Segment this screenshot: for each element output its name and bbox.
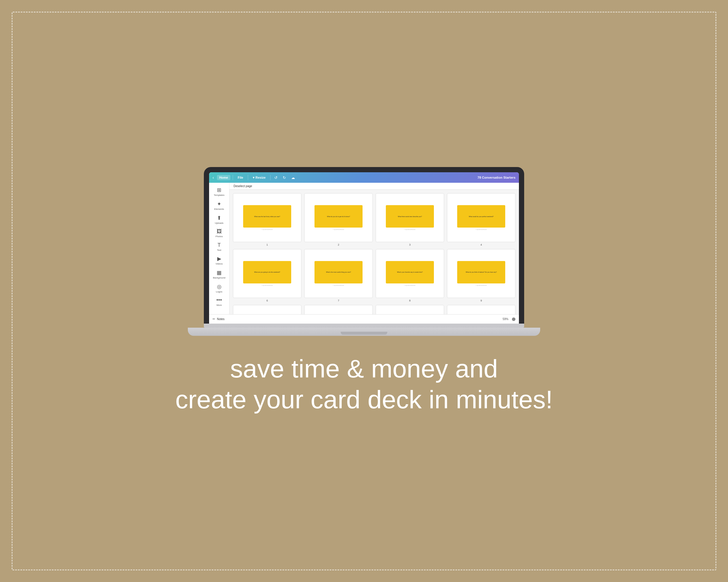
- card-thumbnail[interactable]: What do you do to get rid of stress? • e…: [304, 193, 373, 242]
- sidebar-item-uploads[interactable]: ⬆Uploads: [211, 213, 228, 226]
- card-yellow-box: What three words best describe you?: [386, 205, 434, 227]
- card-thumbnail[interactable]: What did you do on your last vacation? •…: [447, 305, 515, 314]
- card-yellow-box: What do you think of tattoos? Do you hav…: [457, 261, 505, 283]
- card-item: What is something popular now that annoy…: [304, 305, 373, 314]
- card-item: What did you do last weekend? • eyoubran…: [233, 305, 302, 314]
- sidebar-item-videos[interactable]: ▶Videos: [211, 254, 228, 267]
- bottom-bar: ✏ Notes 59%: [209, 314, 519, 324]
- sidebar-label-8: More: [216, 304, 222, 307]
- sidebar-icon-4: T: [217, 242, 221, 248]
- sidebar-label-6: Background: [213, 276, 225, 279]
- card-thumbnail[interactable]: What's your favorite way to waste time? …: [375, 249, 444, 298]
- sidebar-item-text[interactable]: TText: [211, 240, 228, 253]
- deselect-bar[interactable]: Deselect page: [230, 183, 519, 190]
- card-number: 8: [409, 299, 411, 302]
- sidebar-label-4: Text: [217, 249, 221, 252]
- main-area: Deselect page What was the last funny vi…: [230, 183, 519, 314]
- resize-button[interactable]: ▾ Resize: [251, 175, 268, 181]
- sidebar-item-logos[interactable]: ◎Logos: [211, 282, 228, 295]
- card-question: What's the most useful thing you own?: [326, 271, 351, 273]
- toolbar-separator-3: [270, 175, 270, 180]
- card-yellow-box: What would be your perfect weekend?: [457, 205, 505, 227]
- card-brand: • eyoubrandname: [261, 285, 273, 286]
- card-thumbnail[interactable]: What did you do last weekend? • eyoubran…: [233, 305, 302, 314]
- card-item: What's your favorite way to waste time? …: [375, 249, 444, 302]
- card-number: 4: [480, 243, 482, 246]
- card-question: What three words best describe you?: [398, 216, 422, 218]
- home-button[interactable]: Home: [217, 175, 231, 180]
- card-number: 9: [480, 299, 482, 302]
- laptop-notch: [341, 332, 387, 335]
- card-item: What would be your perfect weekend? • ey…: [447, 193, 515, 246]
- card-thumbnail[interactable]: What are you going to do this weekend? •…: [233, 249, 302, 298]
- toolbar-separator-2: [248, 175, 248, 180]
- card-yellow-box: What do you do to get rid of stress?: [314, 205, 363, 227]
- card-question: What would be your perfect weekend?: [469, 216, 494, 218]
- laptop-screen-frame: ‹ Home File ▾ Resize ↺ ↻ ☁ 78 Conversati…: [204, 167, 524, 324]
- card-thumbnail[interactable]: When was the last time you worked incred…: [375, 305, 444, 314]
- card-thumbnail[interactable]: What's the most useful thing you own? • …: [304, 249, 373, 298]
- card-thumbnail[interactable]: What was the last funny video you saw? •…: [233, 193, 302, 242]
- notes-icon: ✏: [213, 317, 215, 321]
- sidebar-item-background[interactable]: ▦Background: [211, 268, 228, 281]
- card-question: What's your favorite way to waste time?: [397, 271, 423, 273]
- sidebar-label-3: Photos: [215, 235, 223, 238]
- card-brand: • eyoubrandname: [404, 229, 416, 230]
- card-number: 2: [338, 243, 339, 246]
- app-body: ⊞Templates✦Elements⬆Uploads🖼PhotosTText▶…: [209, 183, 519, 314]
- card-thumbnail[interactable]: What would be your perfect weekend? • ey…: [447, 193, 515, 242]
- card-yellow-box: What's your favorite way to waste time?: [386, 261, 434, 283]
- sidebar-item-photos[interactable]: 🖼Photos: [211, 227, 228, 240]
- card-brand: • eyoubrandname: [404, 285, 416, 286]
- redo-button[interactable]: ↻: [281, 175, 287, 181]
- undo-button[interactable]: ↺: [273, 175, 279, 181]
- cards-grid: What was the last funny video you saw? •…: [230, 190, 519, 314]
- file-button[interactable]: File: [235, 175, 245, 180]
- card-item: What did you do on your last vacation? •…: [447, 305, 515, 314]
- zoom-level: 59%: [503, 317, 509, 321]
- sidebar-item-more[interactable]: •••More: [211, 295, 228, 308]
- sidebar-label-2: Uploads: [215, 222, 223, 225]
- sidebar-label-5: Videos: [215, 262, 223, 266]
- sidebar-icon-3: 🖼: [217, 228, 222, 234]
- card-brand: • eyoubrandname: [475, 285, 487, 286]
- sidebar-label-0: Templates: [214, 194, 224, 197]
- card-yellow-box: What are you going to do this weekend?: [243, 261, 291, 283]
- card-thumbnail[interactable]: What do you think of tattoos? Do you hav…: [447, 249, 515, 298]
- card-question: What do you do to get rid of stress?: [327, 216, 350, 218]
- toolbar: ‹ Home File ▾ Resize ↺ ↻ ☁ 78 Conversati…: [209, 172, 519, 183]
- card-item: What are you going to do this weekend? •…: [233, 249, 302, 302]
- toolbar-separator-1: [233, 175, 233, 180]
- back-arrow-icon[interactable]: ‹: [213, 175, 214, 180]
- card-item: What three words best describe you? • ey…: [375, 193, 444, 246]
- sidebar-label-7: Logos: [216, 290, 223, 293]
- card-number: 6: [266, 299, 268, 302]
- sidebar-icon-6: ▦: [217, 270, 222, 276]
- document-title: 78 Conversation Starters: [477, 176, 515, 179]
- card-yellow-box: What was the last funny video you saw?: [243, 205, 291, 227]
- sidebar-icon-1: ✦: [217, 201, 221, 207]
- card-brand: • eyoubrandname: [333, 285, 344, 286]
- card-brand: • eyoubrandname: [475, 229, 487, 230]
- card-yellow-box: What's the most useful thing you own?: [314, 261, 363, 283]
- caption-line1: save time & money and: [175, 353, 553, 384]
- laptop-hinge: [204, 324, 524, 328]
- caption-line2: create your card deck in minutes!: [175, 384, 553, 415]
- sidebar-item-elements[interactable]: ✦Elements: [211, 199, 228, 213]
- sidebar-item-templates[interactable]: ⊞Templates: [211, 185, 228, 198]
- sidebar: ⊞Templates✦Elements⬆Uploads🖼PhotosTText▶…: [209, 183, 230, 314]
- zoom-dot: [512, 317, 515, 321]
- laptop-base: [188, 328, 540, 336]
- notes-label[interactable]: Notes: [217, 317, 225, 321]
- card-number: 1: [266, 243, 268, 246]
- bottom-text: save time & money and create your card d…: [175, 353, 553, 415]
- card-item: When was the last time you worked incred…: [375, 305, 444, 314]
- cloud-button[interactable]: ☁: [290, 175, 296, 181]
- card-thumbnail[interactable]: What is something popular now that annoy…: [304, 305, 373, 314]
- sidebar-icon-8: •••: [216, 297, 222, 303]
- card-brand: • eyoubrandname: [261, 229, 273, 230]
- card-item: What's the most useful thing you own? • …: [304, 249, 373, 302]
- card-thumbnail[interactable]: What three words best describe you? • ey…: [375, 193, 444, 242]
- sidebar-icon-2: ⬆: [217, 215, 221, 221]
- content-wrapper: ‹ Home File ▾ Resize ↺ ↻ ☁ 78 Conversati…: [175, 167, 553, 415]
